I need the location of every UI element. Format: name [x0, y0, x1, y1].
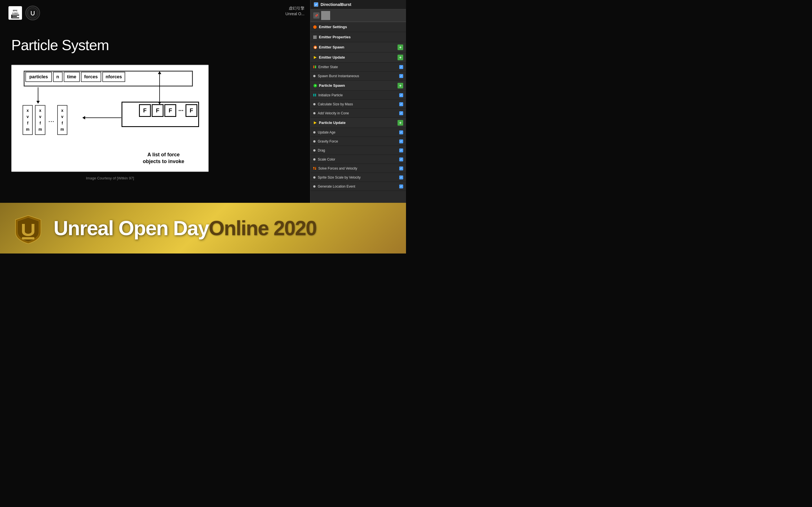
box-nforces: nforces [102, 72, 125, 82]
epic-games-logo: EPIC GAMES [8, 6, 22, 20]
force-box-last: F [186, 104, 197, 117]
dot-calculate-size [313, 103, 315, 105]
top-box-row: particles n time forces nforces [26, 72, 125, 82]
sidebar-item-calculate-size[interactable]: Calculate Size by Mass ✓ [310, 100, 406, 109]
box-forces: forces [81, 72, 101, 82]
dot-solve-forces [313, 167, 316, 170]
label-scale-color: Scale Color [318, 158, 399, 161]
sidebar-item-spawn-burst[interactable]: Spawn Burst Instantaneous ✓ [310, 71, 406, 80]
sidebar-item-add-velocity[interactable]: Add Velocity in Cone ✓ [310, 109, 406, 118]
dot-initialize-particle [313, 94, 316, 97]
check-add-velocity[interactable]: ✓ [399, 111, 403, 115]
dot-drag [313, 149, 315, 152]
label-spawn-burst: Spawn Burst Instantaneous [318, 74, 399, 78]
sidebar-item-emitter-spawn[interactable]: ⊕ Emitter Spawn + [310, 42, 406, 52]
svg-text:⊕: ⊕ [314, 46, 316, 49]
particle-box-2: xvfm [35, 105, 45, 135]
right-panel: DirectionalBurst 📌 Emitter Settings Emit… [310, 0, 406, 214]
banner-text-block: Unreal Open Day Online 2020 [54, 217, 316, 240]
add-particle-update-btn[interactable]: + [398, 120, 403, 126]
label-add-velocity: Add Velocity in Cone [318, 111, 399, 115]
sidebar-item-emitter-update[interactable]: Emitter Update + [310, 52, 406, 62]
svg-marker-13 [314, 121, 317, 124]
sidebar-item-emitter-state[interactable]: Emitter State ✓ [310, 62, 406, 71]
sidebar-item-update-age[interactable]: Update Age ✓ [310, 128, 406, 137]
panel-icon-strip: 📌 [310, 9, 406, 22]
force-box-3: F [164, 104, 176, 117]
box-time: time [64, 72, 80, 82]
label-sprite-size: Sprite Size Scale by Velocity [318, 175, 399, 179]
check-sprite-size[interactable]: ✓ [399, 175, 403, 179]
svg-text:+: + [315, 84, 316, 87]
top-logos: EPIC GAMES [8, 6, 40, 20]
dot-emitter-state [313, 66, 316, 68]
panel-header: DirectionalBurst [310, 0, 406, 9]
label-emitter-update: Emitter Update [319, 55, 396, 59]
banner-title-line: Unreal Open Day Online 2020 [54, 217, 316, 240]
add-particle-spawn-btn[interactable]: + [398, 83, 403, 89]
image-caption: Image Courtesy of [Witkin 97] [11, 176, 209, 180]
add-emitter-spawn-btn[interactable]: + [398, 45, 403, 50]
banner-title-online: Online 2020 [209, 217, 316, 240]
dot-scale-color [313, 158, 315, 161]
svg-rect-15 [22, 237, 35, 239]
sidebar-item-generate-location[interactable]: Generate Location Event ✓ [310, 182, 406, 191]
label-initialize-particle: Initialize Particle [318, 93, 399, 97]
label-particle-update: Particle Update [319, 121, 396, 125]
sidebar-item-particle-spawn[interactable]: + Particle Spawn + [310, 80, 406, 91]
page-title: Particle System [11, 37, 109, 54]
check-generate-location[interactable]: ✓ [399, 184, 403, 188]
svg-text:EPIC: EPIC [13, 10, 17, 11]
label-emitter-settings: Emitter Settings [319, 25, 403, 29]
panel-pin-icon[interactable]: 📌 [313, 12, 319, 18]
check-solve-forces[interactable]: ✓ [399, 166, 403, 170]
panel-scroll-area[interactable]: Emitter Settings Emitter Properties ⊕ Em… [310, 22, 406, 191]
bottom-banner: Unreal Open Day Online 2020 [0, 203, 406, 253]
check-emitter-state[interactable]: ✓ [399, 65, 403, 69]
panel-checkbox[interactable] [314, 2, 318, 7]
sidebar-item-drag[interactable]: Drag ✓ [310, 146, 406, 155]
sidebar-item-solve-forces[interactable]: Solve Forces and Velocity ✓ [310, 164, 406, 173]
label-update-age: Update Age [318, 130, 399, 134]
dot-update-age [313, 131, 315, 133]
label-drag: Drag [318, 149, 399, 152]
sidebar-item-scale-color[interactable]: Scale Color ✓ [310, 155, 406, 164]
diagram-container: particles n time forces nforces xvfm xvf… [11, 65, 209, 172]
check-update-age[interactable]: ✓ [399, 130, 403, 134]
svg-rect-5 [11, 17, 19, 18]
particle-box-1: xvfm [22, 105, 33, 135]
check-initialize-particle[interactable]: ✓ [399, 93, 403, 97]
check-gravity-force[interactable]: ✓ [399, 139, 403, 144]
add-emitter-update-btn[interactable]: + [398, 55, 403, 60]
horizontal-arrow [85, 117, 121, 118]
sidebar-item-gravity-force[interactable]: Gravity Force ✓ [310, 137, 406, 146]
svg-rect-3 [11, 15, 19, 15]
check-scale-color[interactable]: ✓ [399, 158, 403, 161]
unreal-engine-logo [26, 6, 40, 20]
dot-generate-location [313, 185, 315, 187]
svg-rect-6 [11, 15, 12, 18]
svg-point-7 [28, 8, 38, 18]
force-boxes: F F F ··· F [139, 104, 197, 117]
svg-text:GAMES: GAMES [12, 12, 18, 14]
box-n: n [53, 72, 63, 82]
dots-1: ··· [48, 117, 55, 126]
icon-particle-spawn: + [313, 83, 317, 88]
check-spawn-burst[interactable]: ✓ [399, 74, 403, 78]
sidebar-item-emitter-properties[interactable]: Emitter Properties [310, 32, 406, 42]
sidebar-item-emitter-settings[interactable]: Emitter Settings [310, 22, 406, 32]
panel-thumbnail [321, 11, 330, 20]
sidebar-item-initialize-particle[interactable]: Initialize Particle ✓ [310, 91, 406, 100]
dot-emitter-properties [313, 36, 317, 39]
check-drag[interactable]: ✓ [399, 149, 403, 152]
check-calculate-size[interactable]: ✓ [399, 102, 403, 106]
panel-title: DirectionalBurst [320, 2, 351, 7]
icon-emitter-spawn: ⊕ [313, 45, 317, 49]
svg-marker-10 [314, 56, 317, 59]
top-right-corner-text: 虚幻引擎 Unreal O... [285, 6, 305, 17]
sidebar-item-sprite-size[interactable]: Sprite Size Scale by Velocity ✓ [310, 173, 406, 182]
particle-structs: xvfm xvfm ··· xvfm [22, 105, 67, 135]
box-particles: particles [26, 72, 52, 82]
sidebar-item-particle-update[interactable]: Particle Update + [310, 118, 406, 128]
label-solve-forces: Solve Forces and Velocity [318, 166, 399, 170]
